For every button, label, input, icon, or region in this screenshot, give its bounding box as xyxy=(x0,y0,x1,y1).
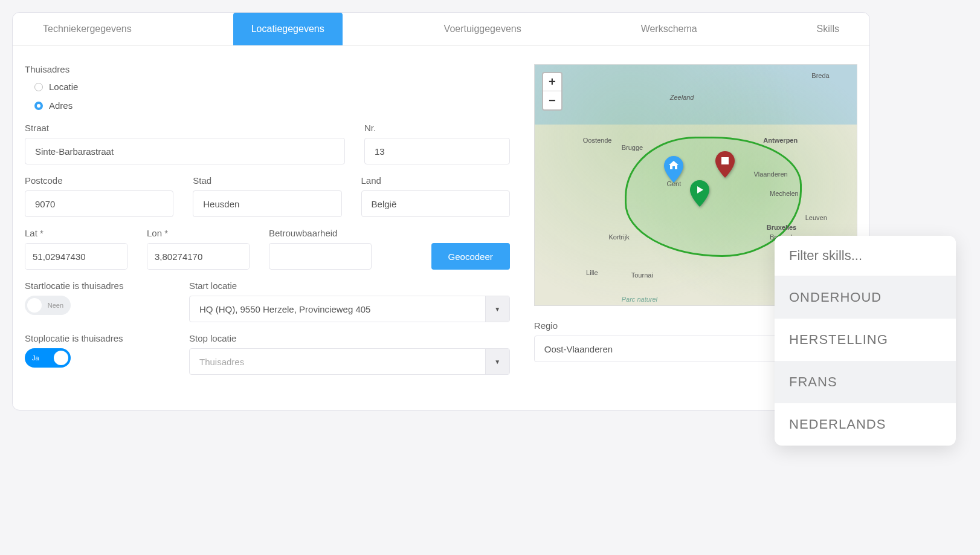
map-city-bruxelles: Bruxelles xyxy=(767,224,797,231)
map-marker-stop-icon[interactable] xyxy=(715,151,735,178)
map-marker-start-icon[interactable] xyxy=(689,180,710,207)
stop-locatie-label: Stop locatie xyxy=(189,333,510,343)
radio-adres-label: Adres xyxy=(49,100,73,111)
start-locatie-value: HQ (HQ), 9550 Herzele, Provincieweg 405 xyxy=(190,304,485,314)
start-is-home-label: Startlocatie is thuisadres xyxy=(25,281,170,291)
straat-label: Straat xyxy=(25,123,345,133)
stop-locatie-select[interactable]: Thuisadres ▼ xyxy=(189,348,510,375)
skills-filter-input[interactable] xyxy=(775,236,956,276)
skill-item-herstelling[interactable]: HERSTELLING xyxy=(775,319,956,361)
land-input[interactable] xyxy=(361,190,510,217)
lat-stepper[interactable]: ▲ ▼ xyxy=(25,243,127,270)
map-city-kortrijk: Kortrijk xyxy=(608,233,629,241)
tab-technieker[interactable]: Techniekergegevens xyxy=(25,13,150,45)
home-address-radio-group: Locatie Adres xyxy=(25,82,510,111)
map-city-breda: Breda xyxy=(811,72,829,79)
map-zoom-in-button[interactable]: + xyxy=(543,73,561,91)
map-city-brugge: Brugge xyxy=(622,144,643,151)
radio-locatie[interactable]: Locatie xyxy=(34,82,510,92)
chevron-down-icon: ▼ xyxy=(485,349,509,374)
stop-is-home-toggle[interactable]: Ja xyxy=(25,348,71,368)
svg-rect-0 xyxy=(721,157,729,164)
betrouwbaarheid-label: Betrouwbaarheid xyxy=(269,228,372,238)
map-city-zeeland: Zeeland xyxy=(670,94,694,101)
betrouwbaarheid-input[interactable] xyxy=(269,243,372,270)
map-city-oostende: Oostende xyxy=(583,137,612,144)
nr-input[interactable] xyxy=(364,138,510,164)
stad-input[interactable] xyxy=(193,190,341,217)
start-locatie-label: Start locatie xyxy=(189,281,510,291)
map-city-mechelen: Mechelen xyxy=(770,190,799,197)
stop-is-home-label: Stoplocatie is thuisadres xyxy=(25,333,170,343)
stop-locatie-value: Thuisadres xyxy=(190,357,485,367)
lat-label: Lat * xyxy=(25,228,127,238)
toggle-knob-icon xyxy=(27,298,42,313)
tab-locatie[interactable]: Locatiegegevens xyxy=(233,13,343,45)
tab-skills[interactable]: Skills xyxy=(799,13,857,45)
lon-input[interactable] xyxy=(147,244,250,269)
map-city-leuven: Leuven xyxy=(805,214,827,221)
map-city-lille: Lille xyxy=(586,269,598,276)
start-is-home-toggle[interactable]: Neen xyxy=(25,296,71,315)
skill-item-frans[interactable]: FRANS xyxy=(775,361,956,403)
nr-label: Nr. xyxy=(364,123,510,133)
postcode-label: Postcode xyxy=(25,175,173,186)
toggle-knob-icon xyxy=(54,351,68,365)
map-city-vlaanderen: Vlaanderen xyxy=(753,170,787,178)
map-city-parc: Parc naturel xyxy=(622,296,657,303)
skills-filter-panel: ONDERHOUD HERSTELLING FRANS NEDERLANDS xyxy=(775,236,956,446)
start-locatie-select[interactable]: HQ (HQ), 9550 Herzele, Provincieweg 405 … xyxy=(189,296,510,322)
map-zoom-out-button[interactable]: − xyxy=(543,91,561,109)
home-address-label: Thuisadres xyxy=(25,64,510,74)
radio-circle-checked-icon xyxy=(34,102,43,110)
skill-item-nederlands[interactable]: NEDERLANDS xyxy=(775,403,956,446)
tab-werkschema[interactable]: Werkschema xyxy=(623,13,715,45)
chevron-down-icon: ▼ xyxy=(485,296,509,322)
map-zoom-control: + − xyxy=(542,72,563,111)
map-city-antwerpen: Antwerpen xyxy=(763,137,798,144)
lon-label: Lon * xyxy=(147,228,250,238)
geocodeer-button[interactable]: Geocodeer xyxy=(431,243,510,270)
lat-input[interactable] xyxy=(25,244,127,269)
land-label: Land xyxy=(361,175,510,186)
radio-circle-unchecked-icon xyxy=(34,83,43,91)
lon-stepper[interactable]: ▲ ▼ xyxy=(147,243,250,270)
skill-item-onderhoud[interactable]: ONDERHOUD xyxy=(775,276,956,319)
start-is-home-toggle-label: Neen xyxy=(48,302,63,309)
radio-locatie-label: Locatie xyxy=(49,82,78,92)
technician-form-card: Techniekergegevens Locatiegegevens Voert… xyxy=(12,12,870,411)
map-city-tournai: Tournai xyxy=(631,271,653,279)
radio-adres[interactable]: Adres xyxy=(34,100,510,111)
tab-voertuig[interactable]: Voertuiggegevens xyxy=(426,13,540,45)
postcode-input[interactable] xyxy=(25,190,173,217)
stop-is-home-toggle-label: Ja xyxy=(32,354,39,362)
form-content: Thuisadres Locatie Adres Straat Nr. xyxy=(13,46,869,410)
tabs-bar: Techniekergegevens Locatiegegevens Voert… xyxy=(13,13,869,46)
straat-input[interactable] xyxy=(25,138,345,164)
stad-label: Stad xyxy=(193,175,341,186)
left-column: Thuisadres Locatie Adres Straat Nr. xyxy=(25,64,510,386)
map-marker-home-icon[interactable] xyxy=(663,156,684,183)
